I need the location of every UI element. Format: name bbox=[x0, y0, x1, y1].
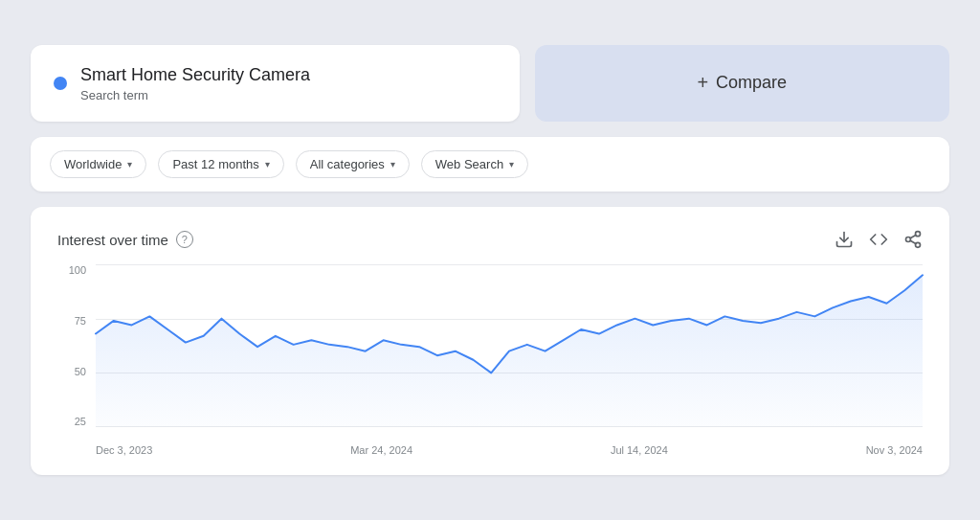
main-container: Smart Home Security Camera Search term +… bbox=[31, 45, 949, 475]
download-icon[interactable] bbox=[835, 230, 854, 249]
svg-line-5 bbox=[910, 236, 916, 238]
search-term-card: Smart Home Security Camera Search term bbox=[31, 45, 520, 122]
svg-line-4 bbox=[910, 240, 916, 243]
y-label-75: 75 bbox=[57, 315, 92, 327]
chart-actions bbox=[835, 230, 923, 249]
chevron-down-icon: ▾ bbox=[127, 159, 132, 170]
top-row: Smart Home Security Camera Search term +… bbox=[31, 45, 949, 122]
compare-inner: + Compare bbox=[697, 72, 787, 94]
filter-region[interactable]: Worldwide ▾ bbox=[50, 150, 146, 178]
y-axis-labels: 100 75 50 25 bbox=[57, 264, 92, 427]
chart-header: Interest over time ? bbox=[57, 230, 923, 249]
y-label-100: 100 bbox=[57, 264, 92, 276]
x-label-jul: Jul 14, 2024 bbox=[611, 444, 668, 456]
help-icon[interactable]: ? bbox=[176, 231, 193, 248]
filter-category[interactable]: All categories ▾ bbox=[296, 150, 410, 178]
filter-type-label: Web Search bbox=[435, 157, 503, 171]
x-label-nov: Nov 3, 2024 bbox=[866, 444, 923, 456]
y-label-50: 50 bbox=[57, 366, 92, 377]
search-term-title: Smart Home Security Camera bbox=[80, 64, 310, 86]
filter-region-label: Worldwide bbox=[64, 157, 122, 171]
filter-timerange[interactable]: Past 12 months ▾ bbox=[158, 150, 283, 178]
chevron-down-icon: ▾ bbox=[265, 159, 270, 170]
compare-label: Compare bbox=[716, 73, 787, 93]
x-label-mar: Mar 24, 2024 bbox=[350, 444, 412, 456]
chevron-down-icon: ▾ bbox=[509, 159, 514, 170]
search-term-label: Search term bbox=[80, 88, 310, 102]
share-icon[interactable] bbox=[903, 230, 923, 249]
compare-plus-icon: + bbox=[697, 72, 708, 94]
compare-card[interactable]: + Compare bbox=[535, 45, 949, 122]
x-axis-labels: Dec 3, 2023 Mar 24, 2024 Jul 14, 2024 No… bbox=[96, 429, 923, 456]
filter-type[interactable]: Web Search ▾ bbox=[421, 150, 528, 178]
chevron-down-icon: ▾ bbox=[390, 159, 395, 170]
chart-title-row: Interest over time ? bbox=[57, 231, 193, 248]
line-chart-svg bbox=[96, 264, 923, 427]
search-term-dot bbox=[54, 77, 67, 90]
filter-timerange-label: Past 12 months bbox=[172, 157, 258, 171]
x-label-dec: Dec 3, 2023 bbox=[96, 444, 152, 456]
chart-card: Interest over time ? bbox=[31, 207, 949, 475]
search-text-block: Smart Home Security Camera Search term bbox=[80, 64, 310, 102]
chart-area: 100 75 50 25 bbox=[57, 264, 923, 456]
chart-title: Interest over time bbox=[57, 232, 168, 248]
embed-icon[interactable] bbox=[869, 230, 888, 249]
filters-card: Worldwide ▾ Past 12 months ▾ All categor… bbox=[31, 137, 949, 192]
chart-plot bbox=[96, 264, 923, 427]
filter-category-label: All categories bbox=[310, 157, 385, 171]
y-label-25: 25 bbox=[57, 416, 92, 427]
